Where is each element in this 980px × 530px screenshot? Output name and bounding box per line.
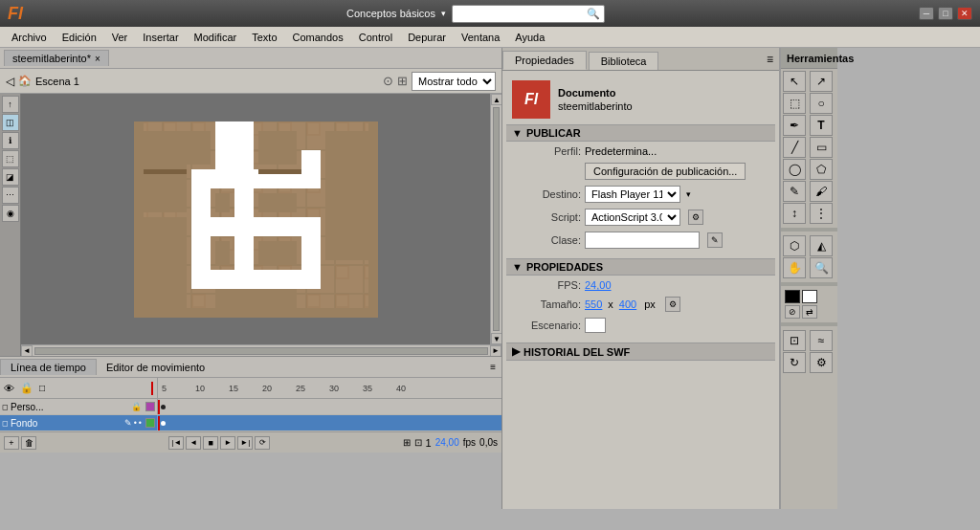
new-layer-button[interactable]: + (4, 436, 19, 450)
oval-tool-button[interactable]: ◯ (783, 159, 806, 180)
tab-properties[interactable]: Propiedades (502, 51, 587, 70)
edit-symbol-icon[interactable]: ⊙ (383, 74, 393, 88)
subselect-tool-button[interactable]: ↗ (810, 71, 833, 92)
escenario-color-swatch[interactable] (585, 318, 606, 333)
menu-ver[interactable]: Ver (104, 30, 136, 45)
eyedropper-button[interactable]: ✋ (783, 257, 806, 278)
paint-bucket-button[interactable]: ⬡ (783, 235, 806, 256)
properties-section-header[interactable]: ▼ PROPIEDADES (506, 258, 775, 276)
brush-tool-button[interactable]: 🖌 (810, 181, 833, 202)
info-icon[interactable]: ℹ (2, 132, 19, 149)
arrow-icon[interactable]: ↑ (2, 96, 19, 113)
layer-edit-fondo[interactable]: ✎ (124, 418, 132, 428)
transform-tool-button[interactable]: ⬚ (783, 93, 806, 114)
destino-select[interactable]: Flash Player 11.2 (585, 186, 680, 203)
close-button[interactable]: ✕ (957, 7, 972, 20)
menu-edicion[interactable]: Edición (55, 30, 104, 45)
dots-icon[interactable]: ⋯ (2, 187, 19, 204)
bone-tool-button[interactable]: ⋮ (810, 203, 833, 224)
clase-input[interactable] (585, 232, 700, 249)
menu-insertar[interactable]: Insertar (135, 30, 186, 45)
select-tool-button[interactable]: ↖ (783, 71, 806, 92)
publish-section-header[interactable]: ▼ PUBLICAR (506, 124, 775, 142)
pencil-tool-button[interactable]: ✎ (783, 181, 806, 202)
layer-lock-perso[interactable]: 🔒 (131, 402, 142, 411)
transform-icon[interactable]: ⬚ (2, 150, 19, 167)
maximize-button[interactable]: □ (938, 7, 953, 20)
panel-menu-button[interactable]: ≡ (761, 51, 779, 68)
menu-modificar[interactable]: Modificar (187, 30, 245, 45)
clase-edit-icon[interactable]: ✎ (707, 232, 723, 248)
script-settings-icon[interactable]: ⚙ (688, 210, 703, 225)
vertical-scrollbar[interactable]: ▲ ▼ (490, 94, 501, 344)
scroll-thumb-horizontal[interactable] (34, 347, 488, 355)
tab-timeline[interactable]: Línea de tiempo (0, 359, 97, 375)
width-value[interactable]: 550 (585, 298, 602, 310)
smooth-tool-button[interactable]: ≈ (810, 330, 833, 351)
tab-motion-editor[interactable]: Editor de movimiento (97, 360, 214, 375)
prev-frame-button[interactable]: |◄ (168, 436, 184, 450)
play-back-button[interactable]: ◄ (186, 436, 201, 450)
tab-close-button[interactable]: × (95, 54, 100, 64)
menu-archivo[interactable]: Archivo (4, 30, 55, 45)
tab-library[interactable]: Biblioteca (589, 52, 659, 70)
scroll-right-button[interactable]: ► (490, 345, 501, 357)
swf-section-header[interactable]: ▶ HISTORIAL DEL SWF (506, 342, 775, 361)
stroke-color-swatch[interactable] (785, 290, 800, 303)
zoom-button[interactable]: 🔍 (810, 257, 833, 278)
eye-icon[interactable]: 👁 (4, 383, 14, 394)
swap-colors-button[interactable]: ⇄ (802, 305, 817, 319)
options-tool-button[interactable]: ⚙ (810, 352, 833, 373)
straighten-tool-button[interactable]: ↻ (783, 352, 806, 373)
scroll-down-button[interactable]: ▼ (491, 333, 501, 344)
menu-control[interactable]: Control (351, 30, 400, 45)
search-box[interactable]: 🔍 (452, 5, 605, 23)
no-color-button[interactable]: ⊘ (785, 305, 800, 319)
fill-icon[interactable]: ◫ (2, 114, 19, 131)
menu-ayuda[interactable]: Ayuda (507, 30, 552, 45)
delete-layer-button[interactable]: 🗑 (21, 436, 36, 450)
scroll-up-button[interactable]: ▲ (491, 94, 501, 105)
play-button[interactable]: ► (220, 436, 235, 450)
next-frame-button[interactable]: ►| (237, 436, 253, 450)
menu-depurar[interactable]: Depurar (400, 30, 454, 45)
camera-icon[interactable]: ⊞ (397, 74, 408, 88)
scroll-left-button[interactable]: ◄ (21, 345, 33, 357)
rect-tool-button[interactable]: ▭ (810, 137, 833, 158)
timeline-menu-button[interactable]: ≡ (484, 360, 501, 374)
publish-settings-button[interactable]: Configuración de publicación... (585, 163, 746, 180)
text-tool-button[interactable]: T (810, 115, 833, 136)
circle-icon[interactable]: ◉ (2, 205, 19, 222)
height-value[interactable]: 400 (619, 298, 636, 310)
stage-area[interactable] (21, 94, 490, 344)
loop-button[interactable]: ⟳ (255, 436, 270, 450)
scroll-thumb-vertical[interactable] (493, 107, 500, 331)
align-icon[interactable]: ◪ (2, 168, 19, 186)
back-icon[interactable]: ◁ (6, 75, 14, 88)
script-select[interactable]: ActionScript 3.0 (585, 209, 680, 226)
minimize-button[interactable]: ─ (919, 7, 934, 20)
search-input[interactable] (457, 8, 587, 19)
snap-tool-button[interactable]: ⊡ (783, 330, 806, 351)
stop-button[interactable]: ■ (203, 436, 218, 450)
horizontal-scrollbar[interactable]: ◄ ► (21, 344, 501, 356)
lock-icon[interactable]: 🔒 (20, 382, 33, 394)
menu-ventana[interactable]: Ventana (454, 30, 507, 45)
decal-tool-button[interactable]: ↕ (783, 203, 806, 224)
gradient-tool-button[interactable]: ◭ (810, 235, 833, 256)
layer-eye-fondo[interactable]: • (134, 418, 137, 428)
dropdown-arrow-icon[interactable]: ▾ (441, 9, 446, 18)
fill-color-swatch[interactable] (802, 290, 817, 303)
poly-tool-button[interactable]: ⬠ (810, 159, 833, 180)
pen-tool-button[interactable]: ✒ (783, 115, 806, 136)
line-tool-button[interactable]: ╱ (783, 137, 806, 158)
layer-lock-fondo[interactable]: • (139, 418, 142, 428)
box-icon[interactable]: □ (39, 383, 45, 393)
menu-comandos[interactable]: Comandos (285, 30, 351, 45)
fps-value-prop[interactable]: 24,00 (585, 279, 612, 291)
size-settings-icon[interactable]: ⚙ (665, 297, 680, 312)
lasso-tool-button[interactable]: ○ (810, 93, 833, 114)
view-select[interactable]: Mostrar todo 100% 50% 200% (412, 72, 496, 91)
document-tab[interactable]: steemitlaberinto* × (4, 50, 109, 66)
menu-texto[interactable]: Texto (244, 30, 284, 45)
